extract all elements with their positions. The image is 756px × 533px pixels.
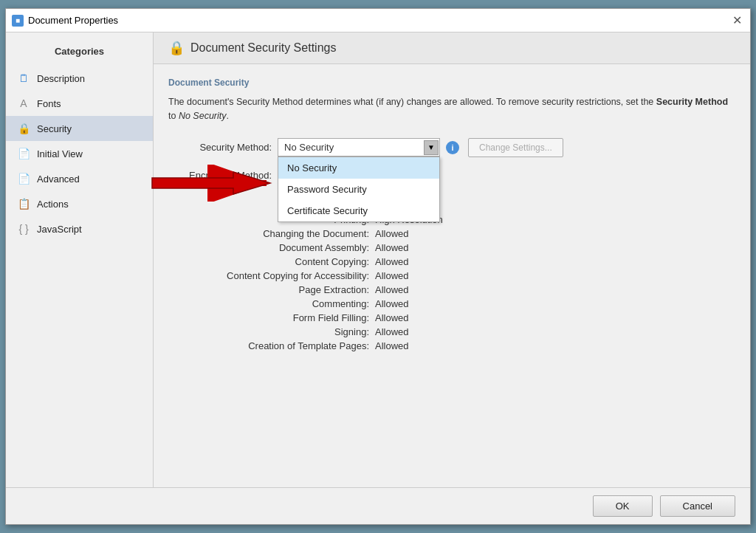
advanced-icon: 📄 bbox=[16, 171, 31, 186]
dropdown-option-no-security[interactable]: No Security bbox=[278, 157, 439, 179]
main-header-title: Document Security Settings bbox=[190, 41, 336, 55]
main-header: 🔒 Document Security Settings bbox=[154, 32, 750, 64]
perm-row-printing: Printing: High Resolution bbox=[168, 214, 735, 225]
security-method-label: Security Method: bbox=[168, 142, 272, 153]
perm-accessibility-label: Content Copying for Accessibility: bbox=[168, 270, 375, 281]
perm-row-template: Creation of Template Pages: Allowed bbox=[168, 340, 735, 351]
description-icon: 🗒 bbox=[16, 71, 31, 86]
main-header-icon: 🔒 bbox=[168, 40, 185, 56]
sidebar-item-fonts-label: Fonts bbox=[37, 98, 61, 109]
sidebar-item-advanced[interactable]: 📄 Advanced bbox=[6, 166, 153, 191]
main-content: 🔒 Document Security Settings Document Se… bbox=[154, 32, 750, 487]
security-method-dropdown-menu: No Security Password Security Certificat… bbox=[278, 157, 440, 222]
security-method-control: No Security Password Security Certificat… bbox=[278, 138, 735, 157]
perm-row-extraction: Page Extraction: Allowed bbox=[168, 284, 735, 295]
sidebar-item-actions-label: Actions bbox=[37, 199, 69, 210]
sidebar-header: Categories bbox=[6, 40, 153, 66]
perm-copying-label: Content Copying: bbox=[168, 256, 375, 267]
sidebar-item-javascript-label: JavaScript bbox=[37, 224, 82, 235]
ok-button[interactable]: OK bbox=[593, 495, 653, 517]
dialog-title: Document Properties bbox=[28, 15, 118, 26]
sidebar: Categories 🗒 Description A Fonts 🔒 Secur… bbox=[6, 32, 154, 487]
fonts-icon: A bbox=[16, 96, 31, 111]
title-bar-left: ■ Document Properties bbox=[12, 15, 118, 27]
perm-row-copying: Content Copying: Allowed bbox=[168, 256, 735, 267]
perm-signing-value: Allowed bbox=[375, 326, 409, 337]
permissions-section: Printing: High Resolution Changing the D… bbox=[168, 214, 735, 351]
security-method-dropdown-container: No Security Password Security Certificat… bbox=[278, 138, 440, 157]
dialog-icon: ■ bbox=[12, 15, 24, 27]
main-body: Document Security The document's Securit… bbox=[154, 64, 750, 487]
encryption-method-row: Encryption Method: bbox=[168, 166, 735, 185]
perm-row-assembly: Document Assembly: Allowed bbox=[168, 242, 735, 253]
security-method-row: Security Method: No Security Password Se… bbox=[168, 138, 735, 157]
document-permissions-row: Document Permissions De bbox=[168, 194, 735, 205]
encryption-method-label: Encryption Method: bbox=[168, 170, 272, 181]
perm-extraction-label: Page Extraction: bbox=[168, 284, 375, 295]
perm-formfill-label: Form Field Filling: bbox=[168, 312, 375, 323]
perm-extraction-value: Allowed bbox=[375, 284, 409, 295]
sidebar-item-security[interactable]: 🔒 Security bbox=[6, 116, 153, 141]
sidebar-item-advanced-label: Advanced bbox=[37, 173, 80, 185]
perm-formfill-value: Allowed bbox=[375, 312, 409, 323]
perm-copying-value: Allowed bbox=[375, 256, 409, 267]
perm-commenting-label: Commenting: bbox=[168, 298, 375, 309]
perm-row-signing: Signing: Allowed bbox=[168, 326, 735, 337]
perm-changing-value: Allowed bbox=[375, 228, 409, 239]
perm-assembly-value: Allowed bbox=[375, 242, 409, 253]
perm-signing-label: Signing: bbox=[168, 326, 375, 337]
security-icon: 🔒 bbox=[16, 121, 31, 136]
security-method-select[interactable]: No Security Password Security Certificat… bbox=[278, 138, 440, 157]
perm-row-commenting: Commenting: Allowed bbox=[168, 298, 735, 309]
perm-template-label: Creation of Template Pages: bbox=[168, 340, 375, 351]
change-settings-button[interactable]: Change Settings... bbox=[468, 138, 563, 157]
close-button[interactable]: ✕ bbox=[729, 13, 744, 28]
initialview-icon: 📄 bbox=[16, 146, 31, 161]
dropdown-option-certificate-security[interactable]: Certificate Security bbox=[278, 200, 439, 221]
sidebar-item-description-label: Description bbox=[37, 73, 85, 84]
perm-changing-label: Changing the Document: bbox=[168, 228, 375, 239]
sidebar-item-initialview-label: Initial View bbox=[37, 148, 83, 159]
section-label: Document Security bbox=[168, 78, 735, 88]
perm-commenting-value: Allowed bbox=[375, 298, 409, 309]
sidebar-item-actions[interactable]: 📋 Actions bbox=[6, 191, 153, 216]
sidebar-item-initialview[interactable]: 📄 Initial View bbox=[6, 141, 153, 166]
dropdown-option-password-security[interactable]: Password Security bbox=[278, 179, 439, 200]
dialog-body: Categories 🗒 Description A Fonts 🔒 Secur… bbox=[6, 32, 750, 487]
sidebar-item-javascript[interactable]: { } JavaScript bbox=[6, 216, 153, 241]
cancel-button[interactable]: Cancel bbox=[660, 495, 735, 517]
perm-row-formfill: Form Field Filling: Allowed bbox=[168, 312, 735, 323]
actions-icon: 📋 bbox=[16, 196, 31, 211]
sidebar-item-fonts[interactable]: A Fonts bbox=[6, 91, 153, 116]
sidebar-item-security-label: Security bbox=[37, 123, 72, 134]
title-bar: ■ Document Properties ✕ bbox=[6, 9, 750, 32]
perm-assembly-label: Document Assembly: bbox=[168, 242, 375, 253]
perm-accessibility-value: Allowed bbox=[375, 270, 409, 281]
dialog-footer: OK Cancel bbox=[6, 487, 750, 524]
perm-row-accessibility: Content Copying for Accessibility: Allow… bbox=[168, 270, 735, 281]
info-icon: i bbox=[446, 141, 459, 154]
description-text: The document's Security Method determine… bbox=[168, 95, 735, 123]
document-properties-dialog: ■ Document Properties ✕ Categories 🗒 Des… bbox=[5, 8, 751, 525]
perm-template-value: Allowed bbox=[375, 340, 409, 351]
security-method-dropdown-wrapper: No Security Password Security Certificat… bbox=[278, 138, 440, 157]
perm-row-changing: Changing the Document: Allowed bbox=[168, 228, 735, 239]
sidebar-item-description[interactable]: 🗒 Description bbox=[6, 66, 153, 91]
javascript-icon: { } bbox=[16, 221, 31, 236]
